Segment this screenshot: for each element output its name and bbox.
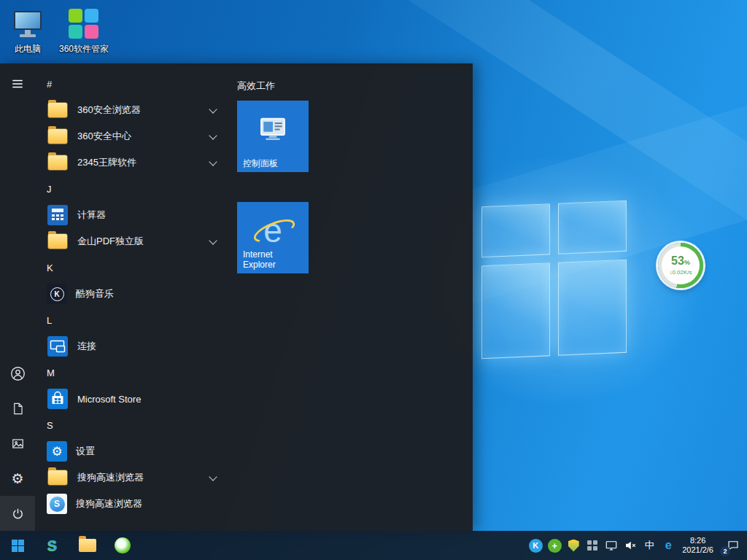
desktop-icon-label: 此电脑 — [1, 44, 54, 54]
start-app-kugou-music[interactable]: K 酷狗音乐 — [41, 281, 225, 307]
volume-muted-icon — [624, 539, 637, 552]
chevron-down-icon[interactable] — [209, 131, 217, 139]
network-monitor-icon — [605, 539, 618, 552]
app-section-header-k[interactable]: K — [41, 254, 225, 281]
start-menu-rail: ⚙ — [0, 63, 35, 531]
taskbar-file-explorer-button[interactable] — [70, 531, 105, 560]
desktop-icon-360-software-manager[interactable]: 360软件管家 — [58, 6, 110, 54]
tray-kugou-button[interactable]: K — [526, 531, 545, 560]
clock-time: 8:26 — [682, 536, 713, 545]
folder-icon — [47, 99, 69, 121]
start-app-calculator[interactable]: 计算器 — [41, 202, 225, 228]
documents-button[interactable] — [0, 391, 35, 426]
start-menu: ⚙ # 360安全浏览器 360安全中心 — [0, 63, 473, 531]
control-panel-icon — [260, 117, 286, 141]
chevron-down-icon[interactable] — [209, 236, 217, 244]
tile-label: Internet Explorer — [243, 249, 304, 270]
shield-icon — [568, 540, 579, 552]
tile-label: 控制面板 — [243, 158, 304, 168]
chevron-down-icon[interactable] — [209, 105, 217, 113]
folder-icon — [47, 125, 69, 147]
pictures-button[interactable] — [0, 426, 35, 461]
hamburger-icon — [11, 77, 24, 90]
clock-date: 2021/2/6 — [682, 545, 713, 555]
app-section-header-s[interactable]: S — [41, 412, 225, 438]
power-icon — [11, 507, 25, 521]
ie-tray-icon: e — [665, 539, 672, 552]
input-method-indicator[interactable]: 中 — [640, 531, 659, 560]
start-app-kingsoft-pdf-folder[interactable]: 金山PDF独立版 — [41, 228, 225, 254]
taskbar-360-browser-button[interactable]: S — [35, 531, 70, 560]
grid-icon — [587, 540, 597, 551]
tray-ie-button[interactable]: e — [659, 531, 678, 560]
start-app-sogou-browser-folder[interactable]: 搜狗高速浏览器 — [41, 464, 225, 491]
windows-logo-pane — [481, 203, 550, 257]
app-section-header-l[interactable]: L — [41, 307, 225, 333]
windows-logo-pane — [481, 262, 550, 359]
kugou-tray-icon: K — [529, 539, 543, 553]
file-explorer-icon — [79, 539, 96, 552]
speed-ball-face: 53% ↓0.02K/s — [662, 246, 700, 284]
download-speed: ↓0.02K/s — [669, 269, 692, 276]
desktop-icon-label: 360软件管家 — [58, 44, 110, 54]
pictures-icon — [11, 437, 25, 451]
power-button[interactable] — [0, 496, 35, 531]
start-app-360-secure-browser-folder[interactable]: 360安全浏览器 — [41, 97, 225, 123]
start-app-sogou-browser[interactable]: S 搜狗高速浏览器 — [41, 491, 225, 517]
tray-security-shield-button[interactable] — [564, 531, 583, 560]
start-button[interactable] — [0, 531, 35, 560]
kugou-music-icon: K — [47, 284, 67, 304]
app-section-header-m[interactable]: M — [41, 359, 225, 386]
internet-explorer-icon: e — [254, 212, 292, 249]
360-speed-ball[interactable]: 53% ↓0.02K/s — [658, 243, 703, 288]
tile-internet-explorer[interactable]: e Internet Explorer — [237, 202, 309, 273]
calculator-icon — [47, 204, 69, 226]
notification-badge: 2 — [720, 546, 730, 556]
connect-icon — [47, 335, 69, 357]
folder-icon — [47, 467, 69, 489]
document-icon — [11, 402, 25, 416]
360-browser-icon: S — [47, 537, 57, 554]
settings-gear-icon: ⚙ — [47, 441, 67, 462]
folder-icon — [47, 152, 69, 174]
windows-logo-pane — [558, 201, 627, 254]
start-app-list: # 360安全浏览器 360安全中心 2345王牌软件 J — [41, 71, 225, 517]
microsoft-store-icon — [47, 388, 69, 410]
sogou-browser-icon: S — [47, 494, 67, 514]
tray-360-health-button[interactable]: + — [545, 531, 564, 560]
tray-volume-button[interactable] — [621, 531, 640, 560]
windows-logo-wallpaper — [481, 201, 627, 365]
start-app-360-security-center-folder[interactable]: 360安全中心 — [41, 123, 225, 149]
taskbar-360-speed-browser-button[interactable] — [105, 531, 140, 560]
desktop-icon-this-pc[interactable]: 此电脑 — [1, 6, 54, 54]
user-avatar-icon — [10, 366, 26, 381]
settings-button[interactable]: ⚙ — [0, 461, 35, 496]
windows-logo-icon — [12, 540, 24, 552]
app-section-header-j[interactable]: J — [41, 176, 225, 202]
memory-usage-percent: 53% — [671, 254, 690, 269]
windows-logo-pane — [558, 260, 627, 356]
start-app-2345-software-folder[interactable]: 2345王牌软件 — [41, 149, 225, 176]
action-center-button[interactable]: 2 — [719, 531, 747, 560]
tray-utility-button[interactable] — [583, 531, 602, 560]
chevron-down-icon[interactable] — [209, 158, 217, 166]
taskbar: S K + 中 — [0, 531, 747, 560]
app-section-header-hash[interactable]: # — [41, 71, 225, 97]
tile-group-header[interactable]: 高效工作 — [237, 79, 275, 93]
start-app-microsoft-store[interactable]: Microsoft Store — [41, 386, 225, 412]
360-speed-browser-icon — [115, 537, 131, 553]
start-tiles-area: 高效工作 控制面板 — [237, 63, 473, 531]
plus-circle-icon: + — [548, 539, 562, 553]
taskbar-clock[interactable]: 8:26 2021/2/6 — [682, 536, 713, 555]
this-pc-icon — [12, 8, 44, 40]
start-app-connect[interactable]: 连接 — [41, 333, 225, 359]
folder-icon — [47, 230, 69, 252]
user-account-button[interactable] — [0, 356, 35, 391]
tray-network-button[interactable] — [602, 531, 621, 560]
360-software-manager-icon — [69, 9, 99, 39]
desktop: 此电脑 360软件管家 — [0, 0, 747, 560]
tile-control-panel[interactable]: 控制面板 — [237, 101, 309, 172]
chevron-down-icon[interactable] — [209, 472, 217, 481]
start-app-settings[interactable]: ⚙ 设置 — [41, 438, 225, 464]
menu-expand-button[interactable] — [0, 66, 35, 101]
